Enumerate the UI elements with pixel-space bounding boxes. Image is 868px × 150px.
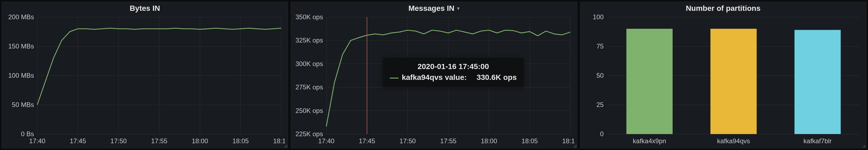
resize-handle-icon[interactable]: [573, 144, 577, 148]
chart-messages-in[interactable]: 225K ops250K ops275K ops300K ops325K ops…: [294, 14, 574, 147]
svg-text:325K ops: 325K ops: [296, 37, 323, 44]
svg-text:50 MBs: 50 MBs: [12, 101, 34, 108]
svg-text:0: 0: [600, 130, 603, 138]
svg-text:kafka4x9pn: kafka4x9pn: [633, 137, 666, 145]
panel-row: Bytes IN 0 Bs50 MBs100 MBs150 MBs200 MBs…: [0, 0, 868, 150]
svg-text:18:10: 18:10: [273, 137, 285, 145]
panel-bytes-in[interactable]: Bytes IN 0 Bs50 MBs100 MBs150 MBs200 MBs…: [2, 2, 288, 148]
svg-text:18:05: 18:05: [522, 137, 538, 145]
svg-text:200 MBs: 200 MBs: [8, 14, 34, 21]
svg-text:17:40: 17:40: [318, 137, 334, 145]
svg-text:18:05: 18:05: [232, 137, 249, 145]
panel-title-bytes-in[interactable]: Bytes IN: [2, 2, 288, 14]
panel-title-partitions[interactable]: Number of partitions: [580, 2, 866, 14]
chart-canvas-partitions: 0255075100kafka4x9pnkafka94qvskafkaf7blr: [583, 14, 863, 147]
panel-partitions[interactable]: Number of partitions 0255075100kafka4x9p…: [580, 2, 866, 148]
svg-text:275K ops: 275K ops: [296, 83, 323, 91]
resize-handle-icon[interactable]: [862, 144, 866, 148]
chart-partitions[interactable]: 0255075100kafka4x9pnkafka94qvskafkaf7blr: [583, 14, 863, 147]
svg-text:100: 100: [593, 14, 603, 21]
chart-canvas-bytes-in: 0 Bs50 MBs100 MBs150 MBs200 MBs17:4017:4…: [5, 14, 285, 147]
svg-text:17:55: 17:55: [151, 137, 167, 145]
svg-text:50: 50: [596, 72, 603, 79]
svg-rect-69: [795, 30, 841, 134]
svg-text:17:50: 17:50: [111, 137, 127, 145]
svg-text:17:45: 17:45: [70, 137, 86, 145]
panel-title-text: Messages IN: [408, 4, 455, 13]
panel-title-text: Number of partitions: [686, 4, 761, 13]
svg-text:250K ops: 250K ops: [296, 107, 323, 114]
svg-text:kafkaf7blr: kafkaf7blr: [803, 137, 832, 145]
resize-handle-icon[interactable]: [283, 144, 287, 148]
svg-text:17:40: 17:40: [29, 137, 45, 145]
svg-text:0 Bs: 0 Bs: [21, 130, 34, 138]
svg-rect-65: [626, 29, 672, 134]
svg-text:18:00: 18:00: [192, 137, 208, 145]
svg-text:17:50: 17:50: [400, 137, 416, 145]
svg-text:17:55: 17:55: [440, 137, 457, 145]
svg-text:25: 25: [596, 101, 603, 108]
svg-rect-67: [710, 29, 756, 134]
svg-text:100 MBs: 100 MBs: [8, 72, 34, 79]
panel-messages-in[interactable]: Messages IN ▾ 225K ops250K ops275K ops30…: [291, 2, 577, 148]
svg-text:150 MBs: 150 MBs: [8, 42, 34, 50]
svg-text:225K ops: 225K ops: [296, 130, 323, 138]
svg-text:75: 75: [596, 42, 603, 50]
chart-bytes-in[interactable]: 0 Bs50 MBs100 MBs150 MBs200 MBs17:4017:4…: [5, 14, 285, 147]
svg-text:300K ops: 300K ops: [296, 60, 323, 67]
panel-title-text: Bytes IN: [130, 4, 160, 13]
panel-title-messages-in[interactable]: Messages IN ▾: [291, 2, 577, 14]
svg-text:18:00: 18:00: [481, 137, 497, 145]
chart-canvas-messages-in: 225K ops250K ops275K ops300K ops325K ops…: [294, 14, 574, 147]
svg-text:18:10: 18:10: [562, 137, 574, 145]
svg-text:kafka94qvs: kafka94qvs: [717, 137, 750, 145]
chevron-down-icon[interactable]: ▾: [457, 5, 460, 11]
svg-text:350K ops: 350K ops: [296, 14, 323, 21]
svg-text:17:45: 17:45: [359, 137, 375, 145]
